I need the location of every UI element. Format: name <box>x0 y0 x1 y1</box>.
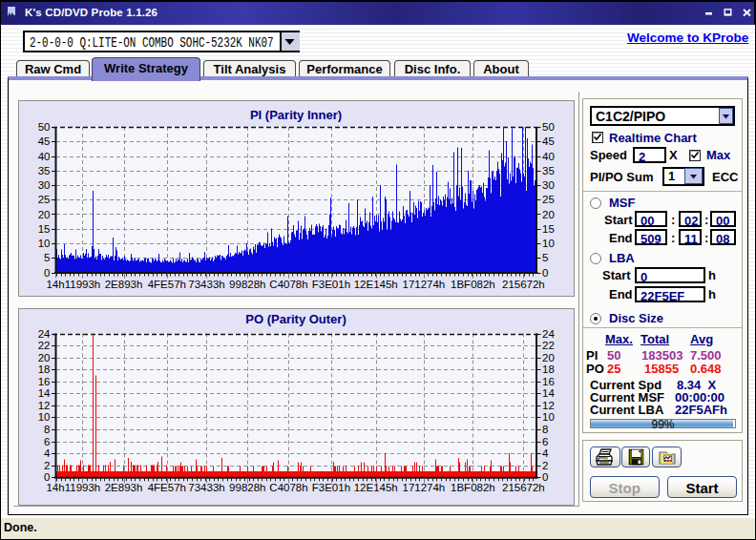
svg-text:15: 15 <box>542 223 555 235</box>
svg-text:215672h: 215672h <box>502 279 545 290</box>
svg-text:11993h: 11993h <box>65 482 101 493</box>
svg-text:25: 25 <box>542 194 555 205</box>
svg-text:24: 24 <box>38 328 51 340</box>
svg-text:45: 45 <box>542 135 555 147</box>
svg-text:171274h: 171274h <box>403 482 446 493</box>
svg-text:F3E01h: F3E01h <box>312 279 350 290</box>
svg-text:22: 22 <box>542 340 555 351</box>
svg-text:0: 0 <box>44 471 50 483</box>
svg-text:8: 8 <box>542 424 548 435</box>
svg-text:50: 50 <box>542 121 555 133</box>
svg-text:12: 12 <box>38 400 51 411</box>
svg-text:0: 0 <box>542 267 548 279</box>
svg-text:30: 30 <box>542 179 555 191</box>
svg-text:C4078h: C4078h <box>269 279 307 290</box>
svg-text:4FE57h: 4FE57h <box>148 482 186 493</box>
svg-text:40: 40 <box>38 151 51 162</box>
svg-text:12E145h: 12E145h <box>354 482 398 493</box>
svg-text:4: 4 <box>44 447 51 459</box>
svg-text:15: 15 <box>38 223 51 235</box>
svg-text:14: 14 <box>542 387 555 399</box>
svg-text:4FE57h: 4FE57h <box>148 279 186 290</box>
svg-text:8: 8 <box>44 424 50 435</box>
svg-text:215672h: 215672h <box>502 482 545 493</box>
svg-text:5: 5 <box>542 252 548 263</box>
svg-text:12: 12 <box>542 400 555 411</box>
svg-text:10: 10 <box>38 411 51 423</box>
svg-text:25: 25 <box>38 194 51 205</box>
svg-text:2: 2 <box>542 460 548 471</box>
svg-text:22: 22 <box>38 340 51 351</box>
svg-text:12E145h: 12E145h <box>354 279 398 290</box>
svg-text:40: 40 <box>542 151 555 162</box>
svg-text:2E893h: 2E893h <box>105 482 143 493</box>
svg-text:16: 16 <box>38 376 51 387</box>
svg-text:4: 4 <box>542 447 549 459</box>
svg-text:99828h: 99828h <box>229 279 265 290</box>
svg-text:F3E01h: F3E01h <box>312 482 350 493</box>
svg-text:6: 6 <box>44 436 50 447</box>
svg-text:20: 20 <box>38 209 51 220</box>
svg-text:2: 2 <box>44 460 50 471</box>
svg-text:10: 10 <box>38 238 51 249</box>
svg-text:2E893h: 2E893h <box>105 279 143 290</box>
svg-text:PO (Parity Outer): PO (Parity Outer) <box>245 312 346 326</box>
svg-text:35: 35 <box>38 165 51 177</box>
svg-text:20: 20 <box>542 209 555 220</box>
svg-text:50: 50 <box>38 121 51 133</box>
svg-text:20: 20 <box>542 352 555 363</box>
svg-text:C4078h: C4078h <box>269 482 307 493</box>
svg-text:18: 18 <box>38 363 51 375</box>
svg-text:24: 24 <box>542 328 555 340</box>
svg-text:0: 0 <box>542 471 548 483</box>
svg-text:6: 6 <box>542 436 548 447</box>
svg-text:14h: 14h <box>46 482 64 493</box>
svg-text:73433h: 73433h <box>188 482 224 493</box>
svg-text:5: 5 <box>44 252 50 263</box>
svg-text:20: 20 <box>38 352 51 363</box>
svg-text:0: 0 <box>44 267 50 279</box>
svg-text:99828h: 99828h <box>229 482 265 493</box>
svg-text:PI (Parity Inner): PI (Parity Inner) <box>250 108 342 122</box>
svg-text:11993h: 11993h <box>65 279 101 290</box>
svg-text:16: 16 <box>542 376 555 387</box>
svg-text:35: 35 <box>542 165 555 177</box>
svg-text:73433h: 73433h <box>188 279 224 290</box>
svg-text:171274h: 171274h <box>403 279 446 290</box>
svg-text:14h: 14h <box>46 279 64 290</box>
svg-text:10: 10 <box>542 238 555 249</box>
svg-text:10: 10 <box>542 411 555 423</box>
svg-text:30: 30 <box>38 179 51 191</box>
svg-text:1BF082h: 1BF082h <box>451 482 495 493</box>
svg-text:45: 45 <box>38 135 51 147</box>
svg-text:18: 18 <box>542 363 555 375</box>
svg-text:14: 14 <box>38 387 51 399</box>
svg-text:1BF082h: 1BF082h <box>451 279 495 290</box>
